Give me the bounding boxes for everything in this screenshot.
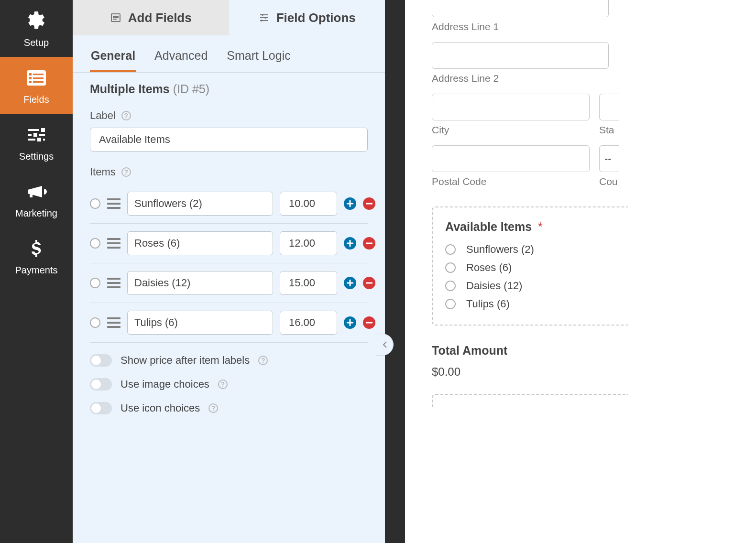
option-row: Daisies (12) xyxy=(445,280,615,292)
item-name-input[interactable] xyxy=(127,192,273,216)
svg-rect-4 xyxy=(33,77,44,79)
nav-label: Settings xyxy=(19,151,54,162)
toggle-icon-choices: Use icon choices ? xyxy=(90,402,368,414)
select-placeholder: -- xyxy=(604,152,612,165)
drag-handle-icon[interactable] xyxy=(107,198,121,209)
card-title-text: Available Items xyxy=(445,220,532,233)
subtab-smart-logic[interactable]: Smart Logic xyxy=(226,43,291,72)
remove-item-button[interactable] xyxy=(363,316,375,329)
field-title: Available Items * xyxy=(445,220,615,234)
item-name-input[interactable] xyxy=(127,311,273,335)
option-radio[interactable] xyxy=(445,262,456,273)
help-icon[interactable]: ? xyxy=(121,167,131,177)
nav-item-settings[interactable]: Settings xyxy=(0,114,73,171)
state-input[interactable] xyxy=(599,94,619,120)
option-radio[interactable] xyxy=(445,281,456,291)
drag-handle-icon[interactable] xyxy=(107,278,121,288)
next-field-placeholder xyxy=(432,394,628,408)
default-radio[interactable] xyxy=(90,278,100,288)
tab-label: Field Options xyxy=(276,11,356,25)
total-amount-label: Total Amount xyxy=(432,344,756,358)
remove-item-button[interactable] xyxy=(363,197,375,210)
label-text: Items xyxy=(90,166,116,178)
form-preview: Address Line 1 Address Line 2 City Sta P… xyxy=(405,0,756,543)
tab-field-options[interactable]: Field Options xyxy=(229,0,385,35)
option-radio[interactable] xyxy=(445,244,456,255)
help-icon[interactable]: ? xyxy=(218,380,228,389)
drag-handle-icon[interactable] xyxy=(107,317,121,328)
field-sublabel: Sta xyxy=(599,124,619,136)
required-asterisk: * xyxy=(538,220,543,233)
option-label: Tulips (6) xyxy=(466,298,510,310)
svg-point-13 xyxy=(261,20,263,22)
option-row: Tulips (6) xyxy=(445,298,615,310)
items-label: Items ? xyxy=(90,166,368,178)
top-tabs: Add Fields Field Options xyxy=(73,0,385,35)
label-field-label: Label ? xyxy=(90,109,368,122)
field-sublabel: Address Line 2 xyxy=(432,73,756,84)
toggle-switch[interactable] xyxy=(90,378,112,391)
nav-label: Setup xyxy=(24,37,49,48)
add-item-button[interactable] xyxy=(344,316,356,329)
city-input[interactable] xyxy=(432,94,590,120)
nav-label: Fields xyxy=(23,94,49,105)
left-nav: Setup Fields Settings Marketing Payments xyxy=(0,0,73,543)
item-price-input[interactable] xyxy=(280,311,337,335)
add-item-button[interactable] xyxy=(344,277,356,289)
toggle-label: Use image choices xyxy=(121,378,209,391)
toggle-switch[interactable] xyxy=(90,354,112,367)
section-title: Multiple Items (ID #5) xyxy=(90,82,368,96)
postal-code-input[interactable] xyxy=(432,145,590,172)
toggle-switch[interactable] xyxy=(90,402,112,414)
svg-rect-5 xyxy=(29,81,32,83)
nav-item-setup[interactable]: Setup xyxy=(0,0,73,57)
tab-add-fields[interactable]: Add Fields xyxy=(73,0,229,35)
item-name-input[interactable] xyxy=(127,231,273,255)
dollar-icon xyxy=(25,237,48,260)
nav-item-fields[interactable]: Fields xyxy=(0,57,73,114)
option-row: Roses (6) xyxy=(445,261,615,274)
list-icon xyxy=(25,66,48,89)
bullhorn-icon xyxy=(25,180,48,203)
option-radio[interactable] xyxy=(445,299,456,309)
sub-tabs: General Advanced Smart Logic xyxy=(73,43,385,73)
address-line-1-input[interactable] xyxy=(432,0,609,17)
item-price-input[interactable] xyxy=(280,271,337,295)
country-select[interactable]: -- xyxy=(599,145,619,172)
drag-handle-icon[interactable] xyxy=(107,238,121,249)
nav-label: Marketing xyxy=(15,208,57,219)
svg-rect-3 xyxy=(29,77,32,79)
subtab-advanced[interactable]: Advanced xyxy=(153,43,208,72)
help-icon[interactable]: ? xyxy=(258,356,268,365)
add-item-button[interactable] xyxy=(344,197,356,210)
remove-item-button[interactable] xyxy=(363,277,375,289)
field-sublabel: Address Line 1 xyxy=(432,21,756,33)
remove-item-button[interactable] xyxy=(363,237,375,250)
add-item-button[interactable] xyxy=(344,237,356,250)
option-label: Sunflowers (2) xyxy=(466,243,534,256)
item-name-input[interactable] xyxy=(127,271,273,295)
item-row xyxy=(90,303,368,343)
field-sublabel: Cou xyxy=(599,176,619,187)
default-radio[interactable] xyxy=(90,198,100,209)
default-radio[interactable] xyxy=(90,238,100,249)
toggle-show-price: Show price after item labels ? xyxy=(90,354,368,367)
item-price-input[interactable] xyxy=(280,192,337,216)
gear-icon xyxy=(25,10,48,33)
help-icon[interactable]: ? xyxy=(208,403,218,413)
item-price-input[interactable] xyxy=(280,231,337,255)
help-icon[interactable]: ? xyxy=(121,111,131,120)
svg-point-12 xyxy=(264,17,266,19)
option-label: Daisies (12) xyxy=(466,280,522,292)
nav-item-payments[interactable]: Payments xyxy=(0,228,73,284)
field-options-icon xyxy=(258,12,270,23)
default-radio[interactable] xyxy=(90,317,100,328)
address-line-2-input[interactable] xyxy=(432,42,609,69)
toggle-label: Use icon choices xyxy=(121,402,200,414)
subtab-general[interactable]: General xyxy=(90,43,136,72)
toggle-label: Show price after item labels xyxy=(121,354,250,367)
label-input[interactable] xyxy=(90,128,368,152)
available-items-field[interactable]: Available Items * Sunflowers (2) Roses (… xyxy=(432,206,628,326)
panel-divider xyxy=(385,0,405,543)
nav-item-marketing[interactable]: Marketing xyxy=(0,171,73,228)
